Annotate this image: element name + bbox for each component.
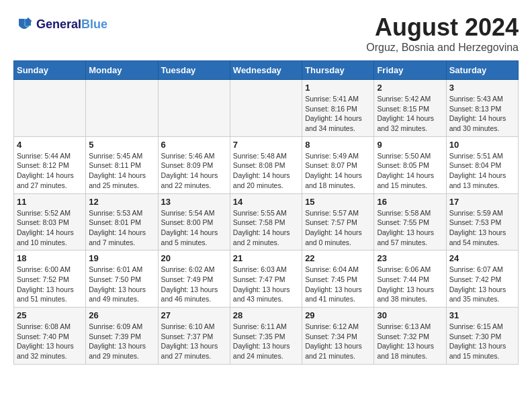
page-title: August 2024 — [366, 13, 519, 42]
calendar-cell: 9Sunrise: 5:50 AMSunset: 8:05 PMDaylight… — [374, 136, 446, 193]
day-info: Sunrise: 6:04 AMSunset: 7:45 PMDaylight:… — [305, 265, 371, 304]
calendar-cell — [230, 80, 302, 137]
calendar-cell: 13Sunrise: 5:54 AMSunset: 8:00 PMDayligh… — [158, 193, 230, 250]
day-number: 22 — [305, 253, 371, 263]
calendar-cell — [158, 80, 230, 137]
day-number: 8 — [305, 140, 371, 150]
day-info: Sunrise: 5:49 AMSunset: 8:07 PMDaylight:… — [305, 151, 371, 191]
day-info: Sunrise: 6:03 AMSunset: 7:47 PMDaylight:… — [233, 265, 299, 304]
calendar-cell: 26Sunrise: 6:09 AMSunset: 7:39 PMDayligh… — [86, 308, 158, 365]
day-info: Sunrise: 5:48 AMSunset: 8:08 PMDaylight:… — [233, 151, 299, 191]
day-info: Sunrise: 5:59 AMSunset: 7:53 PMDaylight:… — [449, 208, 515, 248]
calendar-cell: 1Sunrise: 5:41 AMSunset: 8:16 PMDaylight… — [302, 80, 374, 137]
calendar-cell — [86, 80, 158, 137]
logo-icon — [13, 13, 35, 35]
calendar-cell: 17Sunrise: 5:59 AMSunset: 7:53 PMDayligh… — [446, 193, 518, 250]
day-number: 9 — [377, 140, 443, 150]
day-header-wednesday: Wednesday — [230, 61, 302, 80]
day-number: 23 — [377, 253, 443, 263]
day-number: 1 — [305, 83, 371, 93]
calendar-cell: 27Sunrise: 6:10 AMSunset: 7:37 PMDayligh… — [158, 308, 230, 365]
calendar-cell: 18Sunrise: 6:00 AMSunset: 7:52 PMDayligh… — [14, 250, 86, 308]
day-number: 21 — [233, 253, 299, 263]
day-header-sunday: Sunday — [14, 61, 86, 80]
calendar-cell: 3Sunrise: 5:43 AMSunset: 8:13 PMDaylight… — [446, 80, 518, 137]
day-header-thursday: Thursday — [302, 61, 374, 80]
day-header-tuesday: Tuesday — [158, 61, 230, 80]
day-info: Sunrise: 6:07 AMSunset: 7:42 PMDaylight:… — [449, 265, 515, 304]
calendar-cell: 20Sunrise: 6:02 AMSunset: 7:49 PMDayligh… — [158, 250, 230, 308]
day-number: 12 — [89, 197, 154, 207]
day-number: 16 — [377, 197, 443, 207]
day-header-saturday: Saturday — [446, 61, 518, 80]
day-info: Sunrise: 6:06 AMSunset: 7:44 PMDaylight:… — [377, 265, 443, 304]
day-info: Sunrise: 6:11 AMSunset: 7:35 PMDaylight:… — [233, 322, 299, 361]
calendar-cell: 15Sunrise: 5:57 AMSunset: 7:57 PMDayligh… — [302, 193, 374, 250]
day-info: Sunrise: 6:02 AMSunset: 7:49 PMDaylight:… — [161, 265, 227, 304]
calendar-cell: 23Sunrise: 6:06 AMSunset: 7:44 PMDayligh… — [374, 250, 446, 308]
calendar-cell: 29Sunrise: 6:12 AMSunset: 7:34 PMDayligh… — [302, 308, 374, 365]
day-info: Sunrise: 5:41 AMSunset: 8:16 PMDaylight:… — [305, 94, 371, 134]
day-number: 7 — [233, 140, 299, 150]
day-info: Sunrise: 5:52 AMSunset: 8:03 PMDaylight:… — [17, 208, 83, 248]
day-info: Sunrise: 5:57 AMSunset: 7:57 PMDaylight:… — [305, 208, 371, 248]
day-number: 27 — [161, 310, 227, 320]
day-header-monday: Monday — [86, 61, 158, 80]
day-number: 20 — [161, 253, 227, 263]
calendar-cell: 4Sunrise: 5:44 AMSunset: 8:12 PMDaylight… — [14, 136, 86, 193]
calendar-cell: 21Sunrise: 6:03 AMSunset: 7:47 PMDayligh… — [230, 250, 302, 308]
day-info: Sunrise: 6:09 AMSunset: 7:39 PMDaylight:… — [89, 322, 154, 361]
title-area: August 2024 Orguz, Bosnia and Herzegovin… — [366, 13, 519, 54]
calendar-cell: 6Sunrise: 5:46 AMSunset: 8:09 PMDaylight… — [158, 136, 230, 193]
calendar-cell: 11Sunrise: 5:52 AMSunset: 8:03 PMDayligh… — [14, 193, 86, 250]
day-number: 18 — [17, 253, 83, 263]
day-info: Sunrise: 6:08 AMSunset: 7:40 PMDaylight:… — [17, 322, 83, 361]
day-header-friday: Friday — [374, 61, 446, 80]
logo: General Blue — [13, 13, 107, 35]
day-number: 11 — [17, 197, 83, 207]
calendar-cell — [14, 80, 86, 137]
day-number: 15 — [305, 197, 371, 207]
calendar-cell: 22Sunrise: 6:04 AMSunset: 7:45 PMDayligh… — [302, 250, 374, 308]
day-info: Sunrise: 5:55 AMSunset: 7:58 PMDaylight:… — [233, 208, 299, 248]
calendar-cell: 31Sunrise: 6:15 AMSunset: 7:30 PMDayligh… — [446, 308, 518, 365]
day-info: Sunrise: 5:50 AMSunset: 8:05 PMDaylight:… — [377, 151, 443, 191]
day-number: 17 — [449, 197, 515, 207]
day-number: 24 — [449, 253, 515, 263]
day-number: 2 — [377, 83, 443, 93]
calendar-cell: 28Sunrise: 6:11 AMSunset: 7:35 PMDayligh… — [230, 308, 302, 365]
calendar-cell: 8Sunrise: 5:49 AMSunset: 8:07 PMDaylight… — [302, 136, 374, 193]
day-info: Sunrise: 6:00 AMSunset: 7:52 PMDaylight:… — [17, 265, 83, 304]
day-number: 29 — [305, 310, 371, 320]
calendar-cell: 10Sunrise: 5:51 AMSunset: 8:04 PMDayligh… — [446, 136, 518, 193]
day-info: Sunrise: 6:15 AMSunset: 7:30 PMDaylight:… — [449, 322, 515, 361]
header: General Blue August 2024 Orguz, Bosnia a… — [13, 13, 519, 54]
logo-general: General — [36, 17, 81, 32]
calendar-cell: 2Sunrise: 5:42 AMSunset: 8:15 PMDaylight… — [374, 80, 446, 137]
logo-blue: Blue — [81, 17, 107, 32]
day-info: Sunrise: 6:13 AMSunset: 7:32 PMDaylight:… — [377, 322, 443, 361]
day-info: Sunrise: 5:42 AMSunset: 8:15 PMDaylight:… — [377, 94, 443, 134]
day-info: Sunrise: 5:43 AMSunset: 8:13 PMDaylight:… — [449, 94, 515, 134]
calendar-cell: 19Sunrise: 6:01 AMSunset: 7:50 PMDayligh… — [86, 250, 158, 308]
day-number: 30 — [377, 310, 443, 320]
calendar-cell: 5Sunrise: 5:45 AMSunset: 8:11 PMDaylight… — [86, 136, 158, 193]
calendar-cell: 7Sunrise: 5:48 AMSunset: 8:08 PMDaylight… — [230, 136, 302, 193]
day-number: 6 — [161, 140, 227, 150]
day-info: Sunrise: 6:01 AMSunset: 7:50 PMDaylight:… — [89, 265, 154, 304]
day-number: 3 — [449, 83, 515, 93]
day-info: Sunrise: 5:46 AMSunset: 8:09 PMDaylight:… — [161, 151, 227, 191]
day-info: Sunrise: 5:58 AMSunset: 7:55 PMDaylight:… — [377, 208, 443, 248]
day-number: 10 — [449, 140, 515, 150]
day-info: Sunrise: 5:45 AMSunset: 8:11 PMDaylight:… — [89, 151, 154, 191]
day-number: 19 — [89, 253, 154, 263]
day-number: 28 — [233, 310, 299, 320]
day-info: Sunrise: 5:53 AMSunset: 8:01 PMDaylight:… — [89, 208, 154, 248]
calendar-cell: 16Sunrise: 5:58 AMSunset: 7:55 PMDayligh… — [374, 193, 446, 250]
day-number: 31 — [449, 310, 515, 320]
calendar-cell: 12Sunrise: 5:53 AMSunset: 8:01 PMDayligh… — [86, 193, 158, 250]
day-info: Sunrise: 6:10 AMSunset: 7:37 PMDaylight:… — [161, 322, 227, 361]
day-info: Sunrise: 5:51 AMSunset: 8:04 PMDaylight:… — [449, 151, 515, 191]
day-number: 26 — [89, 310, 154, 320]
calendar-cell: 14Sunrise: 5:55 AMSunset: 7:58 PMDayligh… — [230, 193, 302, 250]
